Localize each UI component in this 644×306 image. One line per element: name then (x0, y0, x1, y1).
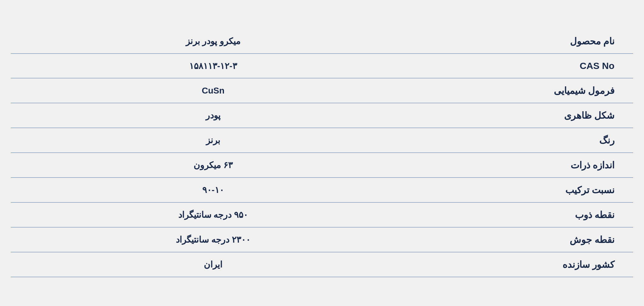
table-row: شکل ظاهریپودر (11, 103, 633, 128)
row-value: میکرو پودر برنز (11, 29, 415, 54)
table-row: فرمول شیمیاییCuSn (11, 78, 633, 103)
table-row: رنگبرنز (11, 128, 633, 153)
row-value: برنز (11, 128, 415, 153)
table-row: نقطه جوش۲۳۰۰ درجه سانتیگراد (11, 227, 633, 252)
row-value: ۹۰-۱۰ (11, 178, 415, 203)
row-label: نقطه ذوب (415, 203, 633, 227)
row-value: ایران (11, 252, 415, 277)
row-value: پودر (11, 103, 415, 128)
row-value: ۲۳۰۰ درجه سانتیگراد (11, 227, 415, 252)
row-label: نسبت ترکیب (415, 178, 633, 203)
table-row: نسبت ترکیب۹۰-۱۰ (11, 178, 633, 203)
row-label: شکل ظاهری (415, 103, 633, 128)
table-row: اندازه ذرات۶۳ میکرون (11, 153, 633, 178)
table-row: نقطه ذوب۹۵۰ درجه سانتیگراد (11, 203, 633, 227)
row-label: نام محصول (415, 29, 633, 54)
table-row: کشور سازندهایران (11, 252, 633, 277)
row-label: نقطه جوش (415, 227, 633, 252)
row-label: CAS No (415, 54, 633, 78)
row-value: ۱۵۸۱۱۳-۱۲-۳ (11, 54, 415, 78)
row-value: ۹۵۰ درجه سانتیگراد (11, 203, 415, 227)
table-row: CAS No۱۵۸۱۱۳-۱۲-۳ (11, 54, 633, 78)
table-row: نام محصولمیکرو پودر برنز (11, 29, 633, 54)
row-label: فرمول شیمیایی (415, 78, 633, 103)
row-value: CuSn (11, 78, 415, 103)
row-label: اندازه ذرات (415, 153, 633, 178)
row-label: کشور سازنده (415, 252, 633, 277)
row-value: ۶۳ میکرون (11, 153, 415, 178)
row-label: رنگ (415, 128, 633, 153)
product-info-table-container: نام محصولمیکرو پودر برنزCAS No۱۵۸۱۱۳-۱۲-… (11, 29, 633, 277)
product-info-table: نام محصولمیکرو پودر برنزCAS No۱۵۸۱۱۳-۱۲-… (11, 29, 633, 277)
